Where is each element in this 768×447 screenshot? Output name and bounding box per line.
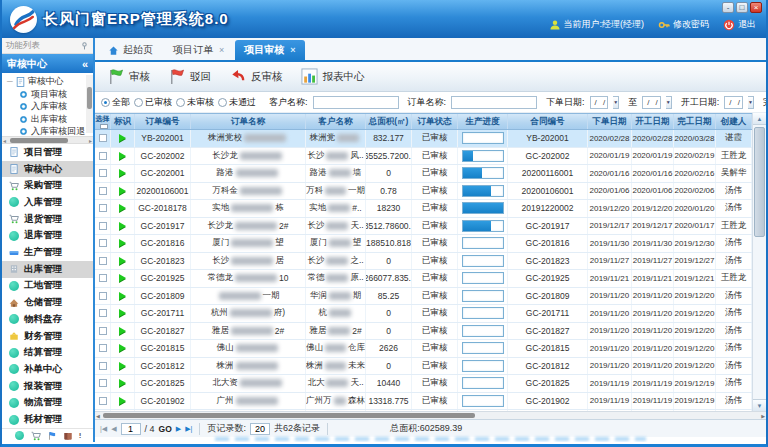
row-checkbox[interactable] — [99, 362, 107, 370]
toolbar-button-3[interactable]: 报表中心 — [297, 65, 375, 88]
column-header-3[interactable]: 订单名称 — [191, 114, 306, 129]
row-checkbox[interactable] — [99, 344, 107, 352]
order-date-dropdown-icon[interactable]: ▼ — [613, 96, 619, 109]
overflow-icon[interactable]: ⁞ — [79, 431, 81, 440]
toolbar-button-1[interactable]: 驳回 — [164, 65, 221, 88]
row-checkbox[interactable] — [99, 379, 107, 387]
tab-2[interactable]: 项目审核× — [235, 40, 304, 60]
sidebar-item-16[interactable]: 耗材管理 — [2, 411, 93, 428]
row-checkbox[interactable] — [99, 204, 107, 212]
table-row[interactable]: GC-201809一期华润期85.25已审核GC-2018092019/11/2… — [95, 288, 752, 306]
column-header-9[interactable]: 下单日期 — [588, 114, 632, 129]
book-icon[interactable] — [63, 431, 72, 440]
hscroll-thumb[interactable] — [103, 413, 475, 418]
row-checkbox[interactable] — [99, 239, 107, 247]
row-checkbox[interactable] — [99, 257, 107, 265]
filter-radio-2[interactable]: 未审核 — [176, 96, 214, 109]
page-size-input[interactable] — [250, 423, 270, 435]
tree-hscroll-thumb[interactable] — [10, 138, 68, 143]
row-checkbox[interactable] — [99, 187, 107, 195]
tab-1[interactable]: 项目订单× — [164, 40, 233, 60]
table-row[interactable]: GC-201823长沙居长沙之..0已审核GC-2018232019/11/27… — [95, 253, 752, 271]
scroll-up-icon[interactable]: ▲ — [753, 113, 766, 125]
column-header-12[interactable]: 创建人 — [716, 114, 752, 129]
customer-name-input[interactable] — [313, 96, 399, 109]
start-date-dropdown-icon[interactable]: ▼ — [748, 96, 754, 109]
first-page-icon[interactable]: |◀ — [100, 425, 107, 433]
table-row[interactable]: GC-201825北大资北大天..10440已审核GC-2018252019/1… — [95, 375, 752, 393]
column-header-7[interactable]: 生产进度 — [458, 114, 508, 129]
collapse-icon[interactable]: « — [82, 58, 88, 70]
table-row[interactable]: YB-202001株洲党校株洲党832.177已审核YB-2020012020/… — [95, 130, 752, 148]
row-checkbox[interactable] — [99, 274, 107, 282]
sidebar-item-4[interactable]: 退货管理 — [2, 211, 93, 228]
table-row[interactable]: GC-201925常德龙10常德原..266077.835..已审核GC-201… — [95, 270, 752, 288]
order-date-end-dropdown-icon[interactable]: ▼ — [666, 96, 672, 109]
column-header-10[interactable]: 开工日期 — [632, 114, 674, 129]
tree-item-2[interactable]: 出库审核 — [7, 113, 85, 126]
filter-radio-0[interactable]: 全部 — [101, 96, 130, 109]
sidebar-item-8[interactable]: 工地管理 — [2, 278, 93, 295]
sidebar-item-13[interactable]: 补单中心 — [2, 361, 93, 378]
sidebar-item-12[interactable]: 结算管理 — [2, 344, 93, 361]
table-row[interactable]: GC-201816厦门望厦门望188510.818已审核GC-201816201… — [95, 235, 752, 253]
sidebar-item-0[interactable]: 项目管理 — [2, 144, 93, 161]
column-header-4[interactable]: 客户名称 — [306, 114, 366, 129]
page-number-input[interactable] — [121, 423, 141, 435]
tree-item-1[interactable]: 入库审核 — [7, 101, 85, 114]
sidebar-item-6[interactable]: 生产管理 — [2, 244, 93, 261]
cart-icon[interactable] — [31, 431, 40, 440]
logout-button[interactable]: 退出 — [723, 18, 756, 31]
column-header-1[interactable]: 标识 — [111, 114, 135, 129]
table-row[interactable]: GC-201827雅居2#雅居2#0已审核GC-2018272019/11/20… — [95, 323, 752, 341]
row-checkbox[interactable] — [99, 309, 107, 317]
tree-item-0[interactable]: 项目审核 — [7, 88, 85, 101]
radio-icon[interactable] — [218, 98, 227, 107]
close-button[interactable]: × — [750, 2, 762, 13]
module-dot-icon[interactable] — [15, 431, 24, 440]
radio-icon[interactable] — [101, 98, 110, 107]
table-row[interactable]: GC-201902广州广州万森林13318.775已审核GC-201902201… — [95, 393, 752, 411]
column-header-6[interactable]: 订单状态 — [412, 114, 458, 129]
next-page-icon[interactable]: ▶ — [176, 425, 181, 433]
row-checkbox[interactable] — [99, 134, 107, 142]
tree-vertical-scrollbar[interactable] — [86, 75, 93, 133]
filter-radio-1[interactable]: 已审核 — [134, 96, 172, 109]
column-header-5[interactable]: 总面积(㎡) — [366, 114, 412, 129]
radio-icon[interactable] — [134, 98, 143, 107]
scroll-down-icon[interactable]: ▼ — [753, 399, 766, 411]
order-date-input[interactable]: / / — [590, 96, 609, 109]
sidebar-item-10[interactable]: 物料盘存 — [2, 311, 93, 328]
filter-radio-3[interactable]: 未通过 — [218, 96, 256, 109]
radio-icon[interactable] — [176, 98, 185, 107]
select-all-checkbox[interactable] — [100, 124, 108, 129]
row-checkbox[interactable] — [99, 327, 107, 335]
column-header-8[interactable]: 合同编号 — [508, 114, 588, 129]
prev-page-icon[interactable]: ◀ — [111, 425, 116, 433]
tab-close-icon[interactable]: × — [219, 45, 224, 55]
go-button[interactable]: GO — [159, 424, 172, 434]
pin-icon[interactable] — [80, 41, 89, 50]
tree-horizontal-scrollbar[interactable]: ◂ ▸ — [2, 136, 93, 144]
toolbar-button-2[interactable]: 反审核 — [225, 65, 293, 88]
table-row[interactable]: GC-201812株洲株洲未来0已审核GC-2018122019/11/2020… — [95, 358, 752, 376]
sidebar-item-5[interactable]: 退库管理 — [2, 228, 93, 245]
tree-root-node[interactable]: ─ 审核中心 — [7, 75, 85, 88]
row-checkbox[interactable] — [99, 152, 107, 160]
sidebar-item-1[interactable]: 审核中心 — [2, 161, 93, 178]
last-page-icon[interactable]: ▶| — [185, 425, 192, 433]
tree-item-3[interactable]: 入库审核回退 — [7, 126, 85, 137]
sidebar-item-3[interactable]: 入库管理 — [2, 194, 93, 211]
sidebar-item-2[interactable]: 采购管理 — [2, 177, 93, 194]
sidebar-item-9[interactable]: 仓储管理 — [2, 294, 93, 311]
row-checkbox[interactable] — [99, 397, 107, 405]
row-checkbox[interactable] — [99, 222, 107, 230]
order-date-end-input[interactable]: / / — [642, 96, 661, 109]
order-name-input[interactable] — [451, 96, 537, 109]
column-header-11[interactable]: 完工日期 — [674, 114, 716, 129]
table-row[interactable]: GC-201711杭州府)杭0已审核GC-2017112019/11/20201… — [95, 305, 752, 323]
column-header-0[interactable]: 选择 — [95, 114, 111, 129]
table-row[interactable]: GC-202001路港路港墙0已审核202001160012020/01/162… — [95, 165, 752, 183]
start-date-input[interactable]: / / — [724, 96, 743, 109]
table-row[interactable]: GC-201917长沙龙2#长沙天..8512.78600..已审核GC-201… — [95, 218, 752, 236]
